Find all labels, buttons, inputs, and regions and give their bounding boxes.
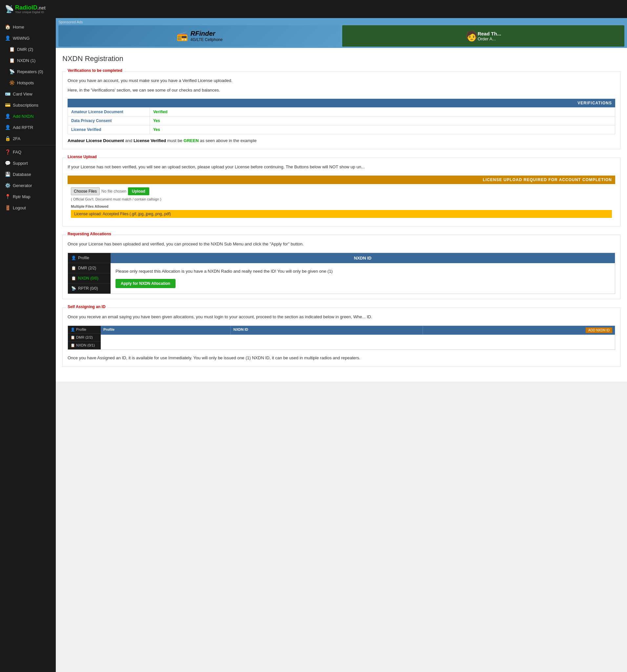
verifications-text2: Here, in the 'Verifications' section, we… <box>68 87 615 94</box>
sidebar-label-generator: Generator <box>13 183 32 188</box>
sidebar-item-addrptr[interactable]: 👤 Add RPTR <box>0 122 56 133</box>
ad-rfinder-title: RFinder <box>191 30 223 38</box>
sa-dmr-icon: 📋 <box>71 335 76 339</box>
choose-files-button[interactable]: Choose Files <box>71 187 100 195</box>
logo-tagline: Your Unique Digital ID <box>15 10 46 14</box>
sidebar-item-hotspots[interactable]: 🔆 Hotspots <box>0 77 56 88</box>
alloc-sidebar-label-2: NXDN (0/0) <box>78 276 98 281</box>
upload-body: Choose Files No file chosen Upload ( Off… <box>68 184 615 221</box>
license-upload-text: If your License has not been verified, y… <box>68 164 615 171</box>
sidebar-item-dmr[interactable]: 📋 DMR (2) <box>0 44 56 55</box>
ad-box-2[interactable]: 🧑 Read Th... Order A... <box>342 25 624 47</box>
alloc-sidebar-profile[interactable]: 👤 Profile <box>68 253 111 263</box>
verifications-table: Amateur License Document Verified Data P… <box>68 107 615 134</box>
sidebar-item-generator[interactable]: ⚙️ Generator <box>0 180 56 191</box>
verifications-legend: Verifications to be completed <box>66 68 124 73</box>
sa-sidebar-profile[interactable]: 👤 Profile <box>68 326 101 334</box>
sidebar-item-2fa[interactable]: 🔒 2FA <box>0 133 56 144</box>
addnxdn-icon: 👤 <box>5 114 10 119</box>
ad-box2-text1: Read Th... <box>478 31 501 37</box>
db-icon: 💾 <box>5 172 10 177</box>
verifications-table-container: VERIFICATIONS Amateur License Document V… <box>68 99 615 134</box>
sa-profile-icon: 👤 <box>71 328 76 331</box>
sidebar-item-w6wng[interactable]: 👤 W6WNG <box>0 32 56 44</box>
sidebar-item-addnxdn[interactable]: 👤 Add NXDN <box>0 111 56 122</box>
addrptr-icon: 👤 <box>5 125 10 130</box>
sa-sidebar-label-1: DMR (2/2) <box>76 335 93 339</box>
note-text-example: as seen above in the example <box>200 138 257 143</box>
field-name-0: Amateur License Document <box>68 107 150 116</box>
alloc-sidebar: 👤 Profile 📋 DMR (2/2) 📋 NXDN (0/0) <box>68 253 111 294</box>
sa-col-profile: Profile <box>101 326 230 335</box>
alloc-sidebar-dmr[interactable]: 📋 DMR (2/2) <box>68 263 111 273</box>
verifications-table-header: VERIFICATIONS <box>68 99 615 107</box>
add-nxdn-button[interactable]: ADD NXDN ID <box>586 328 612 333</box>
logo-name: RadioID.net <box>15 4 46 11</box>
alloc-sidebar-rptr[interactable]: 📡 RPTR (0/0) <box>68 284 111 294</box>
field-value-1: Yes <box>150 116 615 125</box>
dmr-icon: 📋 <box>9 47 15 52</box>
ad-box-rfinder[interactable]: 📻 RFinder 4G/LTE Cellphone <box>58 25 341 47</box>
sidebar-label-logout: Logout <box>13 206 26 210</box>
main-wrapper: 🏠 Home 👤 W6WNG 📋 DMR (2) 📋 NXDN (1) 📡 Re… <box>0 18 627 672</box>
hotspot-icon: 🔆 <box>9 80 15 85</box>
table-row: Amateur License Document Verified <box>68 107 615 116</box>
sidebar-label-2fa: 2FA <box>13 136 20 141</box>
sidebar-item-repeaters[interactable]: 📡 Repeaters (0) <box>0 66 56 77</box>
self-assigning-legend: Self Assigning an ID <box>66 305 107 309</box>
alloc-sidebar-label-1: DMR (2/2) <box>78 266 96 270</box>
sa-body-empty <box>101 335 615 344</box>
apply-nxdn-button[interactable]: Apply for NXDN Allocation <box>116 279 175 288</box>
sidebar-item-database[interactable]: 💾 Database <box>0 169 56 180</box>
table-row: Data Privacy Consent Yes <box>68 116 615 125</box>
upload-note2: Multiple Files Allowed <box>71 205 612 208</box>
sidebar-label-faq: FAQ <box>13 150 21 154</box>
alloc-sidebar-nxdn[interactable]: 📋 NXDN (0/0) <box>68 273 111 284</box>
sidebar-item-rptrmap[interactable]: 📍 Rptr Map <box>0 191 56 202</box>
note-green: GREEN <box>184 138 198 143</box>
page-title: NXDN Registration <box>62 54 621 65</box>
requesting-alloc-text: Once your License has been uploaded and … <box>68 241 615 248</box>
header: 📡 RadioID.net Your Unique Digital ID <box>0 0 627 18</box>
2fa-icon: 🔒 <box>5 136 10 141</box>
faq-icon: ❓ <box>5 149 10 154</box>
sidebar-item-faq[interactable]: ❓ FAQ <box>0 146 56 158</box>
sa-nxdn-icon: 📋 <box>71 343 76 347</box>
alloc-nxdn-icon: 📋 <box>71 276 76 281</box>
self-assigning-section: Self Assigning an ID Once you receive an… <box>62 308 621 367</box>
ads-bar: Sponsored Ads 📻 RFinder 4G/LTE Cellphone… <box>56 18 627 48</box>
alloc-dmr-icon: 📋 <box>71 266 76 270</box>
verification-note: Amateur License Document and License Ver… <box>68 138 615 144</box>
card-icon: 🪪 <box>5 91 10 96</box>
sidebar-label-nxdn: NXDN (1) <box>17 58 35 63</box>
sidebar-item-cardview[interactable]: 🪪 Card View <box>0 88 56 99</box>
sidebar-item-nxdn[interactable]: 📋 NXDN (1) <box>0 55 56 66</box>
user-icon: 👤 <box>5 35 10 41</box>
sa-sidebar-nxdn[interactable]: 📋 NXDN (0/1) <box>68 342 101 350</box>
sa-header: Profile NXDN ID ADD NXDN ID <box>101 326 615 335</box>
sidebar-label-support: Support <box>13 161 28 166</box>
alloc-sidebar-label-0: Profile <box>78 256 89 260</box>
upload-button[interactable]: Upload <box>128 187 149 195</box>
alloc-body: Please only request this Allocation is y… <box>111 263 615 293</box>
sidebar-item-home[interactable]: 🏠 Home <box>0 21 56 32</box>
sa-sidebar: 👤 Profile 📋 DMR (2/2) 📋 NXDN (0/1) <box>68 326 101 350</box>
sa-sidebar-dmr[interactable]: 📋 DMR (2/2) <box>68 334 101 342</box>
sidebar-item-subscriptions[interactable]: 💳 Subscriptions <box>0 99 56 111</box>
logo-icon: 📡 <box>5 5 14 14</box>
home-icon: 🏠 <box>5 24 10 29</box>
note-text-and: and <box>125 138 134 143</box>
sub-icon: 💳 <box>5 102 10 107</box>
sidebar-item-logout[interactable]: 🚪 Logout <box>0 202 56 213</box>
sa-col-nxdn: NXDN ID <box>230 326 423 335</box>
nxdn-icon: 📋 <box>9 58 15 63</box>
upload-note1: ( Official Gov't. Document must match / … <box>71 197 612 201</box>
sidebar-label-database: Database <box>13 172 31 177</box>
requesting-alloc-legend: Requesting Allocations <box>66 232 113 236</box>
field-name-2: License Verified <box>68 125 150 134</box>
sidebar-item-support[interactable]: 💬 Support <box>0 158 56 169</box>
field-name-1: Data Privacy Consent <box>68 116 150 125</box>
ads-label: Sponsored Ads <box>58 20 83 24</box>
field-value-2: Yes <box>150 125 615 134</box>
upload-warning: License upload: Accepted Files (.gif,.jp… <box>71 210 612 218</box>
